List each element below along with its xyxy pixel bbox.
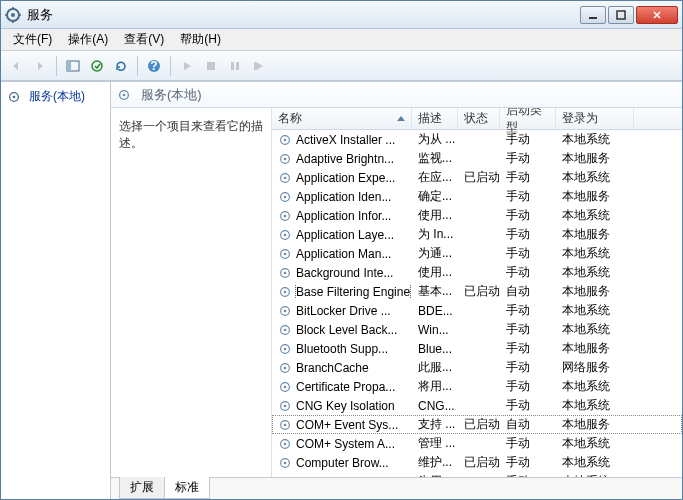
table-row[interactable]: Computer Brow...维护...已启动手动本地系统: [272, 453, 682, 472]
cell-desc: 为通...: [412, 245, 458, 262]
cell-desc: 管理 ...: [412, 435, 458, 452]
table-row[interactable]: ActiveX Installer ...为从 ...手动本地系统: [272, 130, 682, 149]
table-row[interactable]: Application Expe...在应...已启动手动本地系统: [272, 168, 682, 187]
cell-startup: 手动: [500, 435, 556, 452]
cell-logon: 本地服务: [556, 340, 634, 357]
cell-name: Application Iden...: [272, 190, 412, 204]
service-icon: [278, 399, 292, 413]
menu-file[interactable]: 文件(F): [5, 29, 60, 50]
svg-point-26: [284, 214, 287, 217]
cell-name: Base Filtering Engine: [272, 285, 412, 299]
cell-startup: 手动: [500, 397, 556, 414]
svg-rect-2: [589, 17, 597, 19]
table-row[interactable]: BitLocker Drive ...BDE...手动本地系统: [272, 301, 682, 320]
cell-name: Certificate Propa...: [272, 380, 412, 394]
maximize-button[interactable]: [608, 6, 634, 24]
cell-desc: 确定...: [412, 188, 458, 205]
service-icon: [278, 247, 292, 261]
service-icon: [278, 380, 292, 394]
service-icon: [278, 418, 292, 432]
cell-status: 已启动: [458, 169, 500, 186]
table-row[interactable]: Application Laye...为 In...手动本地服务: [272, 225, 682, 244]
svg-point-48: [284, 423, 287, 426]
cell-name: Adaptive Brightn...: [272, 152, 412, 166]
table-row[interactable]: Application Iden...确定...手动本地服务: [272, 187, 682, 206]
help-button[interactable]: ?: [143, 55, 165, 77]
column-headers: 名称 描述 状态 启动类型 登录为: [272, 108, 682, 130]
cell-startup: 手动: [500, 378, 556, 395]
cell-startup: 手动: [500, 150, 556, 167]
cell-startup: 手动: [500, 454, 556, 471]
tab-standard[interactable]: 标准: [164, 477, 210, 499]
service-icon: [278, 190, 292, 204]
cell-startup: 手动: [500, 245, 556, 262]
tree-item-services-local[interactable]: 服务(本地): [3, 86, 108, 107]
table-row[interactable]: COM+ System A...管理 ...手动本地系统: [272, 434, 682, 453]
cell-name: BitLocker Drive ...: [272, 304, 412, 318]
table-row[interactable]: Adaptive Brightn...监视...手动本地服务: [272, 149, 682, 168]
column-logon[interactable]: 登录为: [556, 108, 634, 129]
table-row[interactable]: Bluetooth Supp...Blue...手动本地服务: [272, 339, 682, 358]
cell-logon: 本地系统: [556, 131, 634, 148]
tree-pane[interactable]: 服务(本地): [1, 82, 111, 499]
view-tabs: 扩展 标准: [111, 477, 682, 499]
right-pane: 服务(本地) 选择一个项目来查看它的描述。 名称 描述 状态 启动类型 登录为 …: [111, 82, 682, 499]
service-rows[interactable]: ActiveX Installer ...为从 ...手动本地系统Adaptiv…: [272, 130, 682, 477]
table-row[interactable]: COM+ Event Sys...支持 ...已启动自动本地服务: [272, 415, 682, 434]
toolbar: ?: [1, 51, 682, 81]
cell-desc: 监视...: [412, 150, 458, 167]
service-icon: [278, 152, 292, 166]
cell-name: COM+ Event Sys...: [272, 418, 412, 432]
table-row[interactable]: CNG Key IsolationCNG...手动本地系统: [272, 396, 682, 415]
app-icon: [5, 7, 21, 23]
menu-help[interactable]: 帮助(H): [172, 29, 229, 50]
table-row[interactable]: BranchCache此服...手动网络服务: [272, 358, 682, 377]
cell-name: Application Laye...: [272, 228, 412, 242]
refresh-button[interactable]: [110, 55, 132, 77]
minimize-button[interactable]: [580, 6, 606, 24]
tab-extended[interactable]: 扩展: [119, 477, 165, 499]
cell-desc: 使用...: [412, 264, 458, 281]
cell-desc: 将用...: [412, 378, 458, 395]
cell-desc: 维护...: [412, 454, 458, 471]
menu-action[interactable]: 操作(A): [60, 29, 116, 50]
cell-logon: 本地服务: [556, 188, 634, 205]
table-row[interactable]: Application Man...为通...手动本地系统: [272, 244, 682, 263]
svg-point-52: [284, 461, 287, 464]
cell-startup: 自动: [500, 283, 556, 300]
service-list[interactable]: 名称 描述 状态 启动类型 登录为 ActiveX Installer ...为…: [271, 108, 682, 477]
content-title: 服务(本地): [141, 86, 202, 104]
cell-desc: 为从 ...: [412, 131, 458, 148]
cell-name: BranchCache: [272, 361, 412, 375]
cell-logon: 本地服务: [556, 283, 634, 300]
cell-name: Application Man...: [272, 247, 412, 261]
menu-view[interactable]: 查看(V): [116, 29, 172, 50]
cell-startup: 手动: [500, 207, 556, 224]
table-row[interactable]: Background Inte...使用...手动本地系统: [272, 263, 682, 282]
table-row[interactable]: Block Level Back...Win...手动本地系统: [272, 320, 682, 339]
svg-point-30: [284, 252, 287, 255]
close-button[interactable]: [636, 6, 678, 24]
table-row[interactable]: Certificate Propa...将用...手动本地系统: [272, 377, 682, 396]
show-hide-tree-button[interactable]: [62, 55, 84, 77]
column-status[interactable]: 状态: [458, 108, 500, 129]
column-startup[interactable]: 启动类型: [500, 108, 556, 129]
column-desc[interactable]: 描述: [412, 108, 458, 129]
separator: [56, 56, 57, 76]
svg-point-20: [284, 157, 287, 160]
service-icon: [278, 133, 292, 147]
cell-startup: 手动: [500, 169, 556, 186]
svg-point-40: [284, 347, 287, 350]
svg-point-18: [284, 138, 287, 141]
svg-point-44: [284, 385, 287, 388]
back-button: [5, 55, 27, 77]
column-name[interactable]: 名称: [272, 108, 412, 129]
cell-name: CNG Key Isolation: [272, 399, 412, 413]
table-row[interactable]: Application Infor...使用...手动本地系统: [272, 206, 682, 225]
cell-status: 已启动: [458, 454, 500, 471]
table-row[interactable]: Base Filtering Engine基本...已启动自动本地服务: [272, 282, 682, 301]
stop-service-button: [200, 55, 222, 77]
service-icon: [278, 323, 292, 337]
menu-bar: 文件(F) 操作(A) 查看(V) 帮助(H): [1, 29, 682, 51]
export-button[interactable]: [86, 55, 108, 77]
